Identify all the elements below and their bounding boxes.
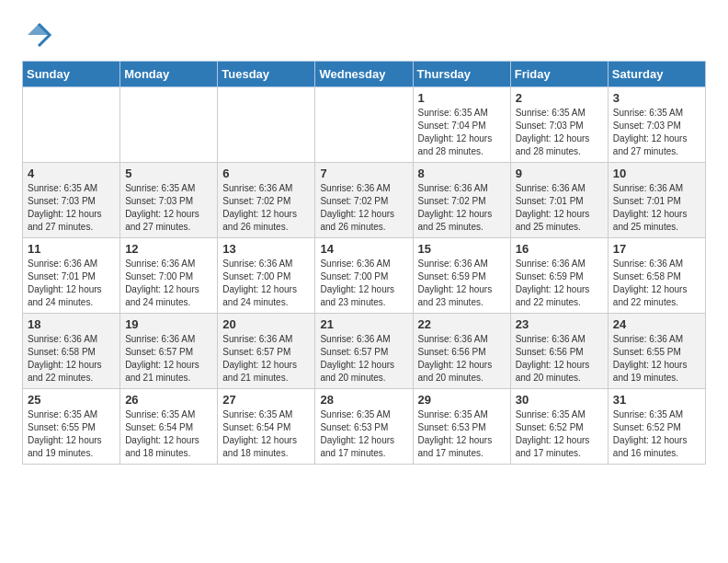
- week-row-5: 25Sunrise: 6:35 AM Sunset: 6:55 PM Dayli…: [23, 389, 706, 465]
- calendar-cell: [23, 87, 120, 163]
- day-number: 22: [418, 317, 506, 331]
- week-row-3: 11Sunrise: 6:36 AM Sunset: 7:01 PM Dayli…: [23, 238, 706, 314]
- day-number: 5: [125, 167, 212, 180]
- day-number: 19: [125, 317, 212, 331]
- day-info: Sunrise: 6:35 AM Sunset: 6:53 PM Dayligh…: [320, 408, 407, 460]
- day-number: 23: [516, 317, 603, 331]
- day-number: 1: [418, 91, 506, 105]
- calendar-cell: 10Sunrise: 6:36 AM Sunset: 7:01 PM Dayli…: [608, 163, 705, 238]
- week-row-1: 1Sunrise: 6:35 AM Sunset: 7:04 PM Daylig…: [23, 87, 706, 163]
- calendar-cell: 2Sunrise: 6:35 AM Sunset: 7:03 PM Daylig…: [510, 87, 608, 163]
- calendar-cell: 8Sunrise: 6:36 AM Sunset: 7:02 PM Daylig…: [413, 163, 510, 238]
- day-info: Sunrise: 6:36 AM Sunset: 7:00 PM Dayligh…: [125, 258, 212, 309]
- day-number: 29: [418, 393, 506, 407]
- day-info: Sunrise: 6:36 AM Sunset: 6:55 PM Dayligh…: [613, 333, 700, 385]
- calendar-cell: 24Sunrise: 6:36 AM Sunset: 6:55 PM Dayli…: [608, 314, 705, 389]
- calendar-header: SundayMondayTuesdayWednesdayThursdayFrid…: [23, 62, 706, 87]
- header-day-saturday: Saturday: [608, 62, 705, 87]
- calendar-cell: 27Sunrise: 6:35 AM Sunset: 6:54 PM Dayli…: [218, 389, 315, 465]
- day-number: 6: [222, 167, 310, 180]
- calendar-body: 1Sunrise: 6:35 AM Sunset: 7:04 PM Daylig…: [23, 87, 706, 465]
- day-info: Sunrise: 6:35 AM Sunset: 6:54 PM Dayligh…: [125, 408, 212, 460]
- logo: [22, 18, 59, 52]
- day-info: Sunrise: 6:35 AM Sunset: 7:03 PM Dayligh…: [28, 182, 115, 234]
- day-info: Sunrise: 6:36 AM Sunset: 6:57 PM Dayligh…: [222, 333, 310, 385]
- day-info: Sunrise: 6:35 AM Sunset: 7:03 PM Dayligh…: [125, 182, 212, 234]
- calendar-table: SundayMondayTuesdayWednesdayThursdayFrid…: [22, 61, 706, 465]
- day-info: Sunrise: 6:36 AM Sunset: 6:57 PM Dayligh…: [125, 333, 212, 385]
- day-number: 15: [418, 242, 506, 256]
- header: [22, 18, 706, 52]
- week-row-4: 18Sunrise: 6:36 AM Sunset: 6:58 PM Dayli…: [23, 314, 706, 389]
- day-number: 30: [516, 393, 603, 407]
- day-info: Sunrise: 6:36 AM Sunset: 6:58 PM Dayligh…: [613, 258, 700, 309]
- day-info: Sunrise: 6:36 AM Sunset: 7:01 PM Dayligh…: [613, 182, 700, 234]
- day-number: 4: [28, 167, 115, 180]
- calendar-cell: 19Sunrise: 6:36 AM Sunset: 6:57 PM Dayli…: [120, 314, 218, 389]
- day-info: Sunrise: 6:36 AM Sunset: 7:02 PM Dayligh…: [320, 182, 407, 234]
- day-number: 26: [125, 393, 212, 407]
- day-info: Sunrise: 6:35 AM Sunset: 6:54 PM Dayligh…: [222, 408, 310, 460]
- day-info: Sunrise: 6:36 AM Sunset: 7:02 PM Dayligh…: [418, 182, 506, 234]
- day-info: Sunrise: 6:35 AM Sunset: 6:52 PM Dayligh…: [516, 408, 603, 460]
- day-number: 18: [28, 317, 115, 331]
- day-number: 31: [613, 393, 700, 407]
- day-number: 11: [28, 242, 115, 256]
- calendar-cell: 16Sunrise: 6:36 AM Sunset: 6:59 PM Dayli…: [510, 238, 608, 314]
- day-info: Sunrise: 6:36 AM Sunset: 7:00 PM Dayligh…: [222, 258, 310, 309]
- day-info: Sunrise: 6:35 AM Sunset: 6:55 PM Dayligh…: [28, 408, 115, 460]
- calendar-cell: 23Sunrise: 6:36 AM Sunset: 6:56 PM Dayli…: [510, 314, 608, 389]
- day-info: Sunrise: 6:36 AM Sunset: 6:59 PM Dayligh…: [418, 258, 506, 309]
- day-number: 20: [222, 317, 310, 331]
- header-day-monday: Monday: [120, 62, 218, 87]
- calendar-cell: [315, 87, 413, 163]
- calendar-cell: 5Sunrise: 6:35 AM Sunset: 7:03 PM Daylig…: [120, 163, 218, 238]
- day-number: 28: [320, 393, 407, 407]
- day-info: Sunrise: 6:35 AM Sunset: 6:52 PM Dayligh…: [613, 408, 700, 460]
- day-info: Sunrise: 6:35 AM Sunset: 7:04 PM Dayligh…: [418, 107, 506, 158]
- logo-icon: [22, 18, 55, 52]
- calendar-cell: 20Sunrise: 6:36 AM Sunset: 6:57 PM Dayli…: [218, 314, 315, 389]
- day-number: 3: [613, 91, 700, 105]
- day-number: 24: [613, 317, 700, 331]
- calendar-cell: 25Sunrise: 6:35 AM Sunset: 6:55 PM Dayli…: [23, 389, 120, 465]
- calendar-cell: 30Sunrise: 6:35 AM Sunset: 6:52 PM Dayli…: [510, 389, 608, 465]
- day-number: 2: [516, 91, 603, 105]
- calendar-cell: 9Sunrise: 6:36 AM Sunset: 7:01 PM Daylig…: [510, 163, 608, 238]
- header-day-sunday: Sunday: [23, 62, 120, 87]
- day-number: 9: [516, 167, 603, 180]
- day-number: 14: [320, 242, 407, 256]
- calendar-cell: 1Sunrise: 6:35 AM Sunset: 7:04 PM Daylig…: [413, 87, 510, 163]
- day-number: 12: [125, 242, 212, 256]
- header-day-tuesday: Tuesday: [218, 62, 315, 87]
- calendar-cell: 3Sunrise: 6:35 AM Sunset: 7:03 PM Daylig…: [608, 87, 705, 163]
- day-info: Sunrise: 6:35 AM Sunset: 7:03 PM Dayligh…: [613, 107, 700, 158]
- day-info: Sunrise: 6:36 AM Sunset: 6:57 PM Dayligh…: [320, 333, 407, 385]
- calendar-cell: 12Sunrise: 6:36 AM Sunset: 7:00 PM Dayli…: [120, 238, 218, 314]
- calendar-cell: 6Sunrise: 6:36 AM Sunset: 7:02 PM Daylig…: [218, 163, 315, 238]
- day-number: 13: [222, 242, 310, 256]
- day-number: 27: [222, 393, 310, 407]
- page: SundayMondayTuesdayWednesdayThursdayFrid…: [0, 0, 728, 483]
- day-info: Sunrise: 6:36 AM Sunset: 7:02 PM Dayligh…: [222, 182, 310, 234]
- day-info: Sunrise: 6:36 AM Sunset: 7:01 PM Dayligh…: [516, 182, 603, 234]
- day-info: Sunrise: 6:36 AM Sunset: 7:01 PM Dayligh…: [28, 258, 115, 309]
- day-number: 21: [320, 317, 407, 331]
- calendar-cell: 18Sunrise: 6:36 AM Sunset: 6:58 PM Dayli…: [23, 314, 120, 389]
- calendar-cell: 7Sunrise: 6:36 AM Sunset: 7:02 PM Daylig…: [315, 163, 413, 238]
- calendar-cell: 28Sunrise: 6:35 AM Sunset: 6:53 PM Dayli…: [315, 389, 413, 465]
- header-day-friday: Friday: [510, 62, 608, 87]
- calendar-cell: 26Sunrise: 6:35 AM Sunset: 6:54 PM Dayli…: [120, 389, 218, 465]
- day-info: Sunrise: 6:35 AM Sunset: 6:53 PM Dayligh…: [418, 408, 506, 460]
- calendar-cell: 13Sunrise: 6:36 AM Sunset: 7:00 PM Dayli…: [218, 238, 315, 314]
- calendar-cell: 4Sunrise: 6:35 AM Sunset: 7:03 PM Daylig…: [23, 163, 120, 238]
- day-info: Sunrise: 6:35 AM Sunset: 7:03 PM Dayligh…: [516, 107, 603, 158]
- calendar-cell: 15Sunrise: 6:36 AM Sunset: 6:59 PM Dayli…: [413, 238, 510, 314]
- day-info: Sunrise: 6:36 AM Sunset: 6:56 PM Dayligh…: [516, 333, 603, 385]
- calendar-cell: [218, 87, 315, 163]
- day-info: Sunrise: 6:36 AM Sunset: 6:56 PM Dayligh…: [418, 333, 506, 385]
- header-row: SundayMondayTuesdayWednesdayThursdayFrid…: [23, 62, 706, 87]
- header-day-thursday: Thursday: [413, 62, 510, 87]
- header-day-wednesday: Wednesday: [315, 62, 413, 87]
- day-number: 7: [320, 167, 407, 180]
